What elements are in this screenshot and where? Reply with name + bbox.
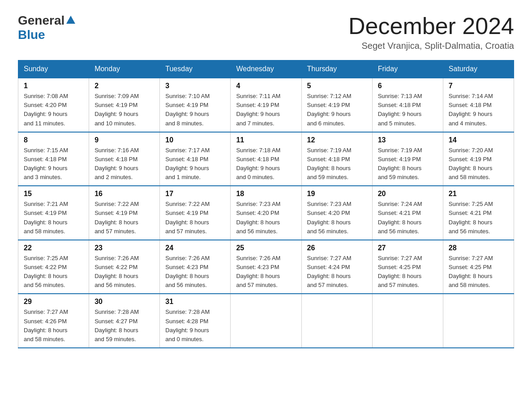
day-info: Sunrise: 7:22 AMSunset: 4:19 PMDaylight:… xyxy=(165,200,225,236)
day-number: 4 xyxy=(236,82,296,90)
day-number: 14 xyxy=(449,136,508,144)
day-number: 26 xyxy=(307,244,367,252)
day-number: 12 xyxy=(307,136,367,144)
month-title: December 2024 xyxy=(348,13,514,39)
calendar-cell: 6 Sunrise: 7:13 AMSunset: 4:18 PMDayligh… xyxy=(372,78,443,132)
logo-triangle-icon xyxy=(66,16,75,24)
calendar-cell: 29 Sunrise: 7:27 AMSunset: 4:26 PMDaylig… xyxy=(18,294,89,348)
calendar-week-row: 29 Sunrise: 7:27 AMSunset: 4:26 PMDaylig… xyxy=(18,294,514,348)
day-info: Sunrise: 7:09 AMSunset: 4:19 PMDaylight:… xyxy=(94,92,154,128)
day-info: Sunrise: 7:12 AMSunset: 4:19 PMDaylight:… xyxy=(307,92,367,128)
calendar-cell: 21 Sunrise: 7:25 AMSunset: 4:21 PMDaylig… xyxy=(443,186,514,240)
logo-blue-text: Blue xyxy=(18,28,45,42)
calendar-cell: 8 Sunrise: 7:15 AMSunset: 4:18 PMDayligh… xyxy=(18,132,89,186)
calendar-cell: 24 Sunrise: 7:26 AMSunset: 4:23 PMDaylig… xyxy=(160,240,231,294)
logo-general: General xyxy=(18,13,64,28)
day-number: 19 xyxy=(307,190,367,198)
day-number: 20 xyxy=(378,190,438,198)
day-info: Sunrise: 7:10 AMSunset: 4:19 PMDaylight:… xyxy=(165,92,225,128)
calendar-header-row: SundayMondayTuesdayWednesdayThursdayFrid… xyxy=(18,60,514,78)
day-number: 28 xyxy=(449,244,508,252)
day-number: 30 xyxy=(94,298,154,306)
calendar-cell xyxy=(231,294,301,348)
day-number: 18 xyxy=(236,190,296,198)
col-header-saturday: Saturday xyxy=(443,60,514,78)
calendar-cell: 5 Sunrise: 7:12 AMSunset: 4:19 PMDayligh… xyxy=(301,78,372,132)
day-info: Sunrise: 7:14 AMSunset: 4:18 PMDaylight:… xyxy=(449,92,508,128)
day-number: 5 xyxy=(307,82,367,90)
calendar-cell xyxy=(372,294,443,348)
calendar-cell: 11 Sunrise: 7:18 AMSunset: 4:18 PMDaylig… xyxy=(231,132,301,186)
day-number: 7 xyxy=(449,82,508,90)
day-info: Sunrise: 7:27 AMSunset: 4:26 PMDaylight:… xyxy=(24,308,83,344)
calendar-cell: 26 Sunrise: 7:27 AMSunset: 4:24 PMDaylig… xyxy=(301,240,372,294)
calendar-cell: 15 Sunrise: 7:21 AMSunset: 4:19 PMDaylig… xyxy=(18,186,89,240)
calendar-cell: 28 Sunrise: 7:27 AMSunset: 4:25 PMDaylig… xyxy=(443,240,514,294)
day-number: 6 xyxy=(378,82,438,90)
day-info: Sunrise: 7:26 AMSunset: 4:22 PMDaylight:… xyxy=(94,254,154,290)
calendar-cell: 1 Sunrise: 7:08 AMSunset: 4:20 PMDayligh… xyxy=(18,78,89,132)
calendar-cell: 23 Sunrise: 7:26 AMSunset: 4:22 PMDaylig… xyxy=(89,240,160,294)
col-header-friday: Friday xyxy=(372,60,443,78)
day-info: Sunrise: 7:26 AMSunset: 4:23 PMDaylight:… xyxy=(236,254,296,290)
col-header-thursday: Thursday xyxy=(301,60,372,78)
page-header: General Blue December 2024 Seget Vranjic… xyxy=(18,13,514,51)
logo: General Blue xyxy=(18,13,75,42)
day-number: 8 xyxy=(24,136,83,144)
calendar-cell: 9 Sunrise: 7:16 AMSunset: 4:18 PMDayligh… xyxy=(89,132,160,186)
day-number: 9 xyxy=(94,136,154,144)
day-info: Sunrise: 7:17 AMSunset: 4:18 PMDaylight:… xyxy=(165,146,225,182)
day-number: 21 xyxy=(449,190,508,198)
day-number: 24 xyxy=(165,244,225,252)
logo-text: General xyxy=(18,13,75,28)
calendar-cell: 7 Sunrise: 7:14 AMSunset: 4:18 PMDayligh… xyxy=(443,78,514,132)
day-info: Sunrise: 7:26 AMSunset: 4:23 PMDaylight:… xyxy=(165,254,225,290)
calendar-cell: 10 Sunrise: 7:17 AMSunset: 4:18 PMDaylig… xyxy=(160,132,231,186)
day-number: 16 xyxy=(94,190,154,198)
day-info: Sunrise: 7:20 AMSunset: 4:19 PMDaylight:… xyxy=(449,146,508,182)
day-number: 11 xyxy=(236,136,296,144)
day-number: 2 xyxy=(94,82,154,90)
day-number: 27 xyxy=(378,244,438,252)
day-info: Sunrise: 7:19 AMSunset: 4:19 PMDaylight:… xyxy=(378,146,438,182)
day-number: 1 xyxy=(24,82,83,90)
day-info: Sunrise: 7:08 AMSunset: 4:20 PMDaylight:… xyxy=(24,92,83,128)
calendar-cell: 14 Sunrise: 7:20 AMSunset: 4:19 PMDaylig… xyxy=(443,132,514,186)
day-number: 13 xyxy=(378,136,438,144)
day-info: Sunrise: 7:25 AMSunset: 4:22 PMDaylight:… xyxy=(24,254,83,290)
day-info: Sunrise: 7:18 AMSunset: 4:18 PMDaylight:… xyxy=(236,146,296,182)
calendar-cell: 30 Sunrise: 7:28 AMSunset: 4:27 PMDaylig… xyxy=(89,294,160,348)
calendar-cell xyxy=(443,294,514,348)
day-info: Sunrise: 7:13 AMSunset: 4:18 PMDaylight:… xyxy=(378,92,438,128)
day-info: Sunrise: 7:22 AMSunset: 4:19 PMDaylight:… xyxy=(94,200,154,236)
calendar-cell: 22 Sunrise: 7:25 AMSunset: 4:22 PMDaylig… xyxy=(18,240,89,294)
calendar-week-row: 22 Sunrise: 7:25 AMSunset: 4:22 PMDaylig… xyxy=(18,240,514,294)
day-number: 15 xyxy=(24,190,83,198)
calendar-cell: 31 Sunrise: 7:28 AMSunset: 4:28 PMDaylig… xyxy=(160,294,231,348)
day-info: Sunrise: 7:11 AMSunset: 4:19 PMDaylight:… xyxy=(236,92,296,128)
col-header-wednesday: Wednesday xyxy=(231,60,301,78)
day-info: Sunrise: 7:16 AMSunset: 4:18 PMDaylight:… xyxy=(94,146,154,182)
day-info: Sunrise: 7:28 AMSunset: 4:27 PMDaylight:… xyxy=(94,308,154,344)
calendar-cell: 3 Sunrise: 7:10 AMSunset: 4:19 PMDayligh… xyxy=(160,78,231,132)
day-number: 10 xyxy=(165,136,225,144)
col-header-sunday: Sunday xyxy=(18,60,89,78)
day-number: 23 xyxy=(94,244,154,252)
calendar-cell: 20 Sunrise: 7:24 AMSunset: 4:21 PMDaylig… xyxy=(372,186,443,240)
day-info: Sunrise: 7:28 AMSunset: 4:28 PMDaylight:… xyxy=(165,308,225,344)
calendar-week-row: 8 Sunrise: 7:15 AMSunset: 4:18 PMDayligh… xyxy=(18,132,514,186)
calendar-cell: 17 Sunrise: 7:22 AMSunset: 4:19 PMDaylig… xyxy=(160,186,231,240)
calendar-week-row: 15 Sunrise: 7:21 AMSunset: 4:19 PMDaylig… xyxy=(18,186,514,240)
day-number: 22 xyxy=(24,244,83,252)
calendar-cell: 19 Sunrise: 7:23 AMSunset: 4:20 PMDaylig… xyxy=(301,186,372,240)
location-subtitle: Seget Vranjica, Split-Dalmatia, Croatia xyxy=(348,41,514,51)
calendar-cell: 25 Sunrise: 7:26 AMSunset: 4:23 PMDaylig… xyxy=(231,240,301,294)
day-info: Sunrise: 7:23 AMSunset: 4:20 PMDaylight:… xyxy=(307,200,367,236)
calendar-cell: 13 Sunrise: 7:19 AMSunset: 4:19 PMDaylig… xyxy=(372,132,443,186)
day-info: Sunrise: 7:27 AMSunset: 4:25 PMDaylight:… xyxy=(449,254,508,290)
calendar-cell: 2 Sunrise: 7:09 AMSunset: 4:19 PMDayligh… xyxy=(89,78,160,132)
day-number: 3 xyxy=(165,82,225,90)
calendar-cell xyxy=(301,294,372,348)
calendar-cell: 4 Sunrise: 7:11 AMSunset: 4:19 PMDayligh… xyxy=(231,78,301,132)
day-number: 31 xyxy=(165,298,225,306)
